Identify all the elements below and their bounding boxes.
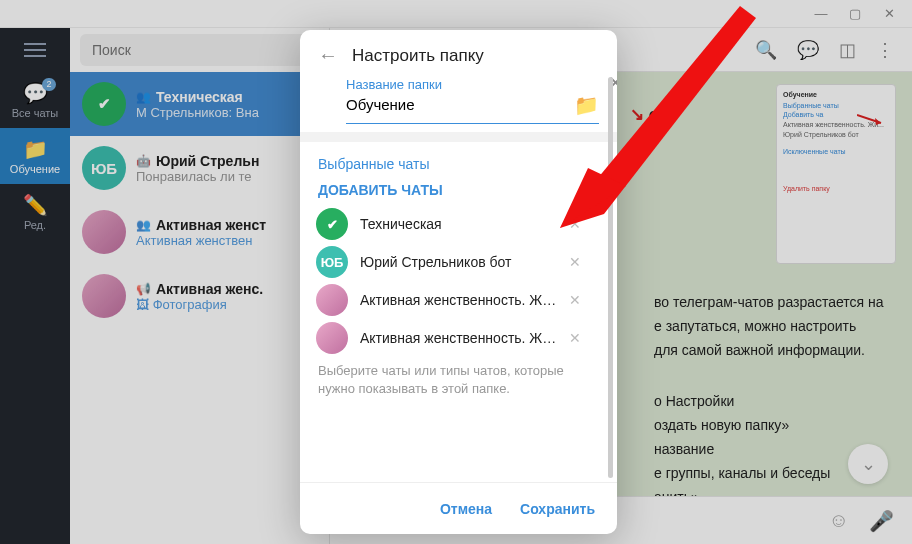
selected-chat-row[interactable]: Активная женственность. Жизн... ✕ bbox=[316, 322, 599, 354]
remove-icon[interactable]: ✕ bbox=[569, 292, 581, 308]
dialog-body: Название папки 📁 Выбранные чаты ДОБАВИТЬ… bbox=[300, 73, 617, 482]
selected-chat-row[interactable]: ЮБ Юрий Стрельников бот ✕ bbox=[316, 246, 599, 278]
folder-icon[interactable]: 📁 bbox=[574, 93, 599, 117]
add-chats-button[interactable]: ДОБАВИТЬ ЧАТЫ bbox=[318, 182, 599, 198]
folder-settings-dialog: ← Настроить папку ✕ Название папки 📁 Выб… bbox=[300, 30, 617, 534]
avatar bbox=[316, 284, 348, 316]
remove-icon[interactable]: ✕ bbox=[569, 330, 581, 346]
field-label: Название папки bbox=[346, 77, 599, 92]
dialog-header: ← Настроить папку bbox=[300, 30, 617, 73]
save-button[interactable]: Сохранить bbox=[520, 501, 595, 517]
remove-icon[interactable]: ✕ bbox=[569, 254, 581, 270]
section-label: Выбранные чаты bbox=[318, 156, 599, 172]
chat-name: Юрий Стрельников бот bbox=[360, 254, 557, 270]
avatar: ЮБ bbox=[316, 246, 348, 278]
chat-name: Техническая bbox=[360, 216, 557, 232]
chat-name: Активная женственность. Жизн... bbox=[360, 292, 557, 308]
chat-name: Активная женственность. Жизн... bbox=[360, 330, 557, 346]
hint-text: Выберите чаты или типы чатов, которые ну… bbox=[318, 362, 599, 398]
avatar: ✔ bbox=[316, 208, 348, 240]
cancel-button[interactable]: Отмена bbox=[440, 501, 492, 517]
dialog-title: Настроить папку bbox=[352, 46, 599, 66]
selected-chat-row[interactable]: ✔ Техническая ✕ bbox=[316, 208, 599, 240]
back-icon[interactable]: ← bbox=[318, 44, 338, 67]
remove-icon[interactable]: ✕ bbox=[569, 216, 581, 232]
scrollbar[interactable] bbox=[608, 77, 613, 478]
dialog-footer: Отмена Сохранить bbox=[300, 482, 617, 534]
selected-chat-row[interactable]: Активная женственность. Жизн... ✕ bbox=[316, 284, 599, 316]
folder-name-input[interactable] bbox=[346, 92, 564, 117]
avatar bbox=[316, 322, 348, 354]
separator bbox=[300, 132, 617, 142]
